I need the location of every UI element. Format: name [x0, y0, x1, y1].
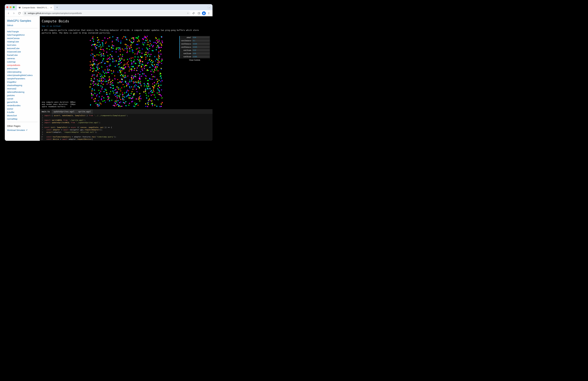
dat-gui-panel: deltaT0.04rule1Distance0.1rule2Distance0… — [179, 36, 210, 62]
site-settings-icon[interactable] — [24, 12, 26, 15]
sidebar-item-particles[interactable]: particles — [7, 94, 38, 97]
page-content: WebGPU Samples Github helloTrianglehello… — [5, 16, 212, 141]
window-close-button[interactable] — [6, 6, 8, 8]
sidebar-item-normalMap[interactable]: normalMap — [7, 117, 38, 121]
nav-back-button[interactable] — [6, 11, 11, 16]
gui-row-rule2Scale[interactable]: rule2Scale0.05 — [179, 52, 210, 55]
chrome-menu-button[interactable] — [207, 11, 211, 16]
extensions-button[interactable] — [191, 11, 196, 16]
sidebar-item-animometer[interactable]: animometer — [7, 67, 38, 70]
gui-row-rule3Scale[interactable]: rule3Scale0.005 — [179, 55, 210, 58]
svg-point-5 — [25, 14, 25, 14]
sidebar-item-videoUploading[interactable]: videoUploading — [7, 70, 38, 74]
gui-label: rule3Scale — [180, 56, 192, 58]
page-title: Compute Boids — [42, 19, 210, 23]
sidebar-item-computeBoids[interactable]: computeBoids — [7, 64, 38, 67]
tab-title: Compute Boids - WebGPU S… — [22, 7, 49, 9]
window-minimize-button[interactable] — [10, 6, 12, 8]
profile-avatar[interactable] — [202, 11, 206, 15]
sidebar-item-rotatingCube[interactable]: rotatingCube — [7, 40, 38, 43]
sidebar-item-fractalCube[interactable]: fractalCube — [7, 53, 38, 57]
sidebar-item-cameras[interactable]: cameras — [7, 57, 38, 60]
browser-tab[interactable]: W Compute Boids - WebGPU S… ✕ — [17, 5, 54, 10]
canvas-area: avg compute pass duration: 886µs avg ren… — [42, 36, 210, 109]
sidebar-item-worker[interactable]: worker — [7, 107, 38, 111]
sample-list: helloTrianglehelloTriangleMSAAresizeCanv… — [7, 30, 38, 121]
gui-value-input[interactable]: 0.025 — [192, 43, 210, 45]
gui-value-input[interactable]: 0.1 — [192, 40, 210, 42]
gui-row-rule1Scale[interactable]: rule1Scale0.02 — [179, 49, 210, 52]
code-tab-sprite-wgsl[interactable]: sprite.wgsl — [76, 110, 93, 114]
window-controls — [6, 6, 15, 8]
gui-label: deltaT — [180, 37, 192, 38]
gui-value-input[interactable]: 0.025 — [192, 46, 210, 48]
sidebar-item-imageBlur[interactable]: imageBlur — [7, 80, 38, 84]
workload-simulator-link[interactable]: Workload Simulator ↗ — [7, 129, 27, 131]
perf-stats: avg compute pass duration: 886µs avg ren… — [42, 101, 76, 108]
address-bar[interactable]: webgpu.github.io/webgpu-samples/samples/… — [22, 11, 190, 16]
svg-point-4 — [25, 13, 26, 13]
nav-forward-button[interactable] — [12, 11, 16, 16]
svg-point-9 — [209, 12, 209, 13]
sidebar-item-cubemap[interactable]: cubemap — [7, 60, 38, 64]
tab-strip: W Compute Boids - WebGPU S… ✕ + ⌄ — [5, 4, 212, 10]
svg-point-10 — [209, 13, 209, 13]
gui-value-input[interactable]: 0.04 — [192, 36, 210, 39]
code-tab-updateSprites-wgsl[interactable]: updateSprites.wgsl — [52, 110, 76, 114]
sidebar-item-A-buffer[interactable]: A-buffer — [7, 111, 38, 114]
gui-label: rule2Distance — [180, 43, 192, 45]
sidebar-title: WebGPU Samples — [7, 19, 38, 22]
svg-rect-6 — [198, 12, 200, 14]
code-viewer[interactable]: 1import { assert, makeSample, SampleInit… — [40, 114, 212, 141]
sidebar-item-renderBundles[interactable]: renderBundles — [7, 104, 38, 107]
gui-row-rule3Distance[interactable]: rule3Distance0.025 — [179, 45, 210, 49]
sidebar-item-twoCubes[interactable]: twoCubes — [7, 43, 38, 47]
code-tab-main-ts[interactable]: main.ts — [40, 110, 52, 114]
sidebar-item-bitonicSort[interactable]: bitonicSort — [7, 114, 38, 117]
sidebar-item-resizeCanvas[interactable]: resizeCanvas — [7, 37, 38, 40]
svg-point-8 — [204, 12, 204, 13]
sidebar-item-texturedCube[interactable]: texturedCube — [7, 47, 38, 50]
gui-close-button[interactable]: Close Controls — [179, 58, 210, 62]
sidebar-item-cornell[interactable]: cornell — [7, 97, 38, 100]
tab-close-button[interactable]: ✕ — [50, 7, 52, 9]
sidebar-divider — [7, 28, 38, 28]
browser-window: W Compute Boids - WebGPU S… ✕ + ⌄ webgpu… — [5, 4, 212, 141]
gui-row-deltaT[interactable]: deltaT0.04 — [179, 36, 210, 39]
nav-reload-button[interactable] — [17, 11, 22, 16]
sidebar-item-videoUploadingWebCodecs[interactable]: videoUploadingWebCodecs — [7, 74, 38, 77]
sidebar-item-reversedZ[interactable]: reversedZ — [7, 87, 38, 90]
url-text: webgpu.github.io/webgpu-samples/samples/… — [28, 12, 82, 14]
sidebar-github-link[interactable]: Github — [7, 24, 38, 26]
gui-label: rule1Scale — [180, 49, 192, 51]
sidebar-item-gameOfLife[interactable]: gameOfLife — [7, 100, 38, 104]
see-on-github-link[interactable]: See it on Github! — [42, 25, 61, 27]
other-pages-heading: Other Pages — [7, 125, 38, 127]
svg-point-11 — [209, 14, 209, 14]
gui-value-input[interactable]: 0.05 — [192, 52, 210, 55]
browser-toolbar: webgpu.github.io/webgpu-samples/samples/… — [5, 10, 212, 16]
sidebar-item-helloTriangle[interactable]: helloTriangle — [7, 30, 38, 33]
gui-value-input[interactable]: 0.02 — [192, 49, 210, 51]
main-panel: Compute Boids See it on Github! A GPU co… — [40, 16, 212, 141]
sidebar-item-helloTriangleMSAA[interactable]: helloTriangleMSAA — [7, 33, 38, 37]
sidebar: WebGPU Samples Github helloTrianglehello… — [5, 16, 40, 141]
webgpu-favicon: W — [19, 7, 21, 9]
gui-row-rule2Distance[interactable]: rule2Distance0.025 — [179, 42, 210, 45]
code-tabs: main.tsupdateSprites.wgslsprite.wgsl — [40, 109, 212, 114]
window-zoom-button[interactable] — [13, 6, 15, 8]
svg-point-3 — [25, 12, 25, 13]
simulation-canvas — [89, 36, 163, 108]
gui-value-input[interactable]: 0.005 — [192, 55, 210, 58]
bookmark-star-icon[interactable]: ☆ — [187, 12, 189, 14]
gui-label: rule3Distance — [180, 46, 192, 48]
sidebar-item-shadowMapping[interactable]: shadowMapping — [7, 84, 38, 87]
gui-row-rule1Distance[interactable]: rule1Distance0.1 — [179, 39, 210, 42]
sidebar-item-instancedCube[interactable]: instancedCube — [7, 50, 38, 53]
new-tab-button[interactable]: + — [55, 5, 59, 9]
sidebar-item-deferredRendering[interactable]: deferredRendering — [7, 90, 38, 94]
side-panel-button[interactable] — [196, 11, 201, 16]
tab-search-button[interactable]: ⌄ — [207, 5, 211, 9]
gui-label: rule1Distance — [180, 40, 192, 42]
sidebar-item-samplerParameters[interactable]: samplerParameters — [7, 77, 38, 80]
